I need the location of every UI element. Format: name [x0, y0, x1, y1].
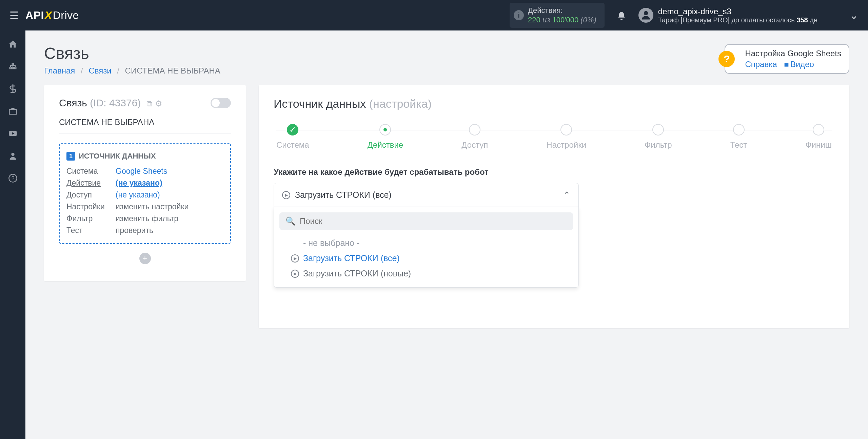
chevron-up-icon: ⌃ [563, 190, 570, 200]
step-test: Тест [730, 124, 747, 150]
video-icon: ■ [784, 60, 789, 69]
search-input-wrapper[interactable]: 🔍 [279, 212, 573, 230]
step-access: Доступ [461, 124, 488, 150]
logo-api: API [25, 9, 44, 22]
chevron-down-icon: ⌄ [849, 9, 859, 22]
row-settings-label: Настройки [66, 202, 116, 211]
config-title: Источник данных (настройка) [274, 97, 834, 110]
help-video-link[interactable]: ■Видео [784, 60, 814, 69]
row-settings-value[interactable]: изменить настройки [116, 202, 223, 211]
row-system-label: Система [66, 167, 116, 176]
row-action-label: Действие [66, 179, 116, 188]
step-settings: Настройки [546, 124, 586, 150]
topbar: ☰ API X Drive i Действия: 220 из 100'000… [0, 0, 868, 30]
sidebar-briefcase-icon[interactable] [0, 105, 25, 116]
action-field-label: Укажите на какое действие будет срабатыв… [274, 167, 834, 177]
crumb-home[interactable]: Главная [44, 66, 75, 75]
crumb-links[interactable]: Связи [88, 66, 111, 75]
config-card: Источник данных (настройка) ✓Система Дей… [259, 85, 849, 328]
enable-toggle[interactable] [211, 98, 231, 108]
actions-counter[interactable]: i Действия: 220 из 100'000 (0%) [510, 3, 605, 28]
sidebar-home-icon[interactable] [0, 38, 25, 49]
logo-x: X [44, 9, 53, 22]
row-access-value[interactable]: (не указано) [116, 190, 223, 200]
source-title: ИСТОЧНИК ДАННЫХ [79, 152, 156, 161]
link-title: Связь (ID: 43376) [59, 97, 144, 108]
sidebar-help-icon[interactable]: ? [0, 172, 25, 183]
search-input[interactable] [300, 216, 567, 226]
search-icon: 🔍 [285, 216, 296, 226]
user-plan: Тариф |Премиум PRO| до оплаты осталось 3… [658, 16, 817, 24]
crumb-current: СИСТЕМА НЕ ВЫБРАНА [125, 66, 220, 75]
user-menu[interactable]: demo_apix-drive_s3 Тариф |Премиум PRO| д… [638, 7, 859, 24]
svg-text:?: ? [11, 175, 14, 181]
option-new[interactable]: ▶Загрузить СТРОКИ (новые) [279, 266, 573, 281]
step-finish: Финиш [805, 124, 832, 150]
source-badge: 1 [66, 152, 75, 161]
main-content: Связь Главная / Связи / СИСТЕМА НЕ ВЫБРА… [25, 30, 868, 439]
action-dropdown: 🔍 - не выбрано - ▶Загрузить СТРОКИ (все)… [274, 207, 579, 288]
help-ref-link[interactable]: Справка [745, 60, 777, 69]
sidebar: ? [0, 30, 25, 439]
actions-value: 220 из 100'000 (0%) [528, 16, 596, 24]
row-test-label: Тест [66, 226, 116, 235]
svg-point-1 [11, 152, 14, 155]
row-access-label: Доступ [66, 190, 116, 200]
sidebar-video-icon[interactable] [0, 127, 25, 138]
sidebar-billing-icon[interactable] [0, 83, 25, 93]
info-icon: i [514, 10, 524, 20]
help-box: ? Настройка Google Sheets Справка ■Видео [725, 44, 849, 74]
step-filter: Фильтр [645, 124, 672, 150]
link-summary-card: Связь (ID: 43376) ⧉ ⚙ СИСТЕМА НЕ ВЫБРАНА… [44, 85, 246, 281]
gear-icon[interactable]: ⚙ [155, 99, 162, 108]
row-system-value[interactable]: Google Sheets [116, 167, 223, 176]
sidebar-account-icon[interactable] [0, 150, 25, 161]
username: demo_apix-drive_s3 [658, 7, 817, 16]
row-action-value[interactable]: (не указано) [116, 179, 223, 188]
logo[interactable]: API X Drive [25, 9, 79, 22]
row-filter-value[interactable]: изменить фильтр [116, 214, 223, 223]
steps: ✓Система Действие Доступ Настройки Фильт… [274, 124, 834, 150]
page-title: Связь [44, 44, 220, 63]
avatar-icon [638, 8, 653, 23]
action-select[interactable]: ▶ Загрузить СТРОКИ (все) ⌃ [274, 183, 579, 207]
logo-drive: Drive [53, 9, 79, 22]
help-title: Настройка Google Sheets [745, 49, 841, 58]
help-icon[interactable]: ? [718, 51, 735, 67]
sidebar-links-icon[interactable] [0, 60, 25, 71]
step-action[interactable]: Действие [368, 124, 403, 150]
row-filter-label: Фильтр [66, 214, 116, 223]
menu-icon[interactable]: ☰ [9, 9, 19, 21]
breadcrumb: Главная / Связи / СИСТЕМА НЕ ВЫБРАНА [44, 66, 220, 76]
bell-icon[interactable] [617, 10, 626, 21]
link-subtitle: СИСТЕМА НЕ ВЫБРАНА [59, 118, 231, 133]
source-box: 1 ИСТОЧНИК ДАННЫХ Система Google Sheets … [59, 143, 231, 244]
row-test-value[interactable]: проверить [116, 226, 223, 235]
play-icon: ▶ [282, 191, 290, 199]
option-none[interactable]: - не выбрано - [279, 235, 573, 251]
option-all[interactable]: ▶Загрузить СТРОКИ (все) [279, 251, 573, 266]
step-system[interactable]: ✓Система [276, 124, 309, 150]
actions-label: Действия: [528, 6, 596, 15]
copy-icon[interactable]: ⧉ [146, 99, 152, 108]
add-destination-button[interactable]: + [139, 253, 151, 264]
action-selected: Загрузить СТРОКИ (все) [295, 190, 392, 200]
